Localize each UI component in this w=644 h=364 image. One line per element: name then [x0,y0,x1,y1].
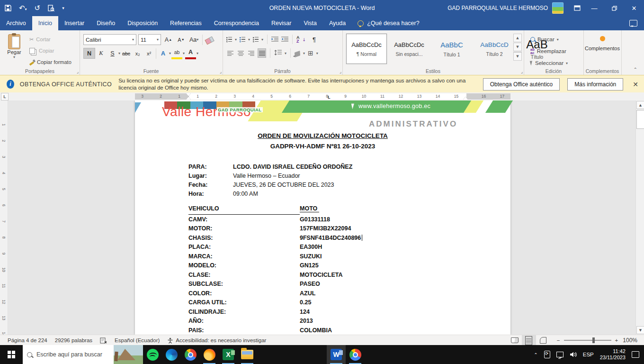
network-icon[interactable] [556,352,564,357]
zoom-in-icon[interactable]: + [615,337,618,343]
superscript-button[interactable]: x² [143,48,154,58]
minimize-button[interactable]: — [584,0,604,16]
line-spacing-icon[interactable] [274,50,282,56]
search-daily-image[interactable] [114,345,143,364]
format-painter-button[interactable]: Copiar formato [27,57,73,67]
tab-revisar[interactable]: Revisar [265,16,297,30]
tray-expand-icon[interactable]: ⌃ [534,352,537,357]
tab-ayuda[interactable]: Ayuda [323,16,352,30]
save-icon[interactable] [5,5,11,11]
zoom-slider[interactable]: − + [557,337,618,343]
tab-disposicion[interactable]: Disposición [121,16,164,30]
vertical-scrollbar[interactable]: ▲ ▼ [635,100,644,335]
font-size-combo[interactable]: 11▾ [138,34,161,45]
tab-stop-marker[interactable]: L [328,95,331,100]
tab-insertar[interactable]: Insertar [58,16,90,30]
taskbar-spotify[interactable] [143,345,162,364]
taskbar-word[interactable]: W [327,345,346,364]
tab-inicio[interactable]: Inicio [32,16,58,30]
paste-button[interactable]: Pegar ▾ [3,33,26,67]
font-dialog-launcher[interactable]: ⌟ [220,69,222,74]
find-button[interactable]: Buscar▾ [528,34,570,45]
page-indicator[interactable]: Página 4 de 224 [8,337,47,343]
read-mode-button[interactable] [508,335,522,346]
volume-icon[interactable] [570,352,577,357]
taskbar-search[interactable]: Escribe aquí para buscar [23,345,143,364]
redo-icon[interactable]: ↺ [35,5,41,12]
scroll-down-icon[interactable]: ▼ [636,326,644,334]
align-left-icon[interactable] [226,49,234,57]
action-center-icon[interactable] [632,351,639,358]
increase-indent-icon[interactable] [281,36,288,43]
replace-button[interactable]: abacReemplazar [528,46,570,56]
select-button[interactable]: Seleccionar▾ [528,58,570,68]
account-name[interactable]: GAD PARROQUIAL VALLE HERMOSO [447,5,548,11]
cut-button[interactable]: ✂Cortar [27,34,73,45]
strikethrough-button[interactable]: abc [121,48,132,58]
collapse-ribbon-icon[interactable]: ⌃ [634,67,637,72]
close-button[interactable]: ✕ [624,0,644,16]
horizontal-ruler[interactable]: L 321 123456789101112131415 1617 L [0,92,644,100]
style-titulo-1[interactable]: AaBbC Título 1 [431,34,472,64]
accessibility-status[interactable]: Accesibilidad: es necesario investigar [167,337,266,344]
right-indent-marker[interactable] [463,97,468,100]
change-case-button[interactable]: Aa▾ [188,35,199,45]
align-center-icon[interactable] [237,49,244,57]
font-family-combo[interactable]: Calibri▾ [83,34,136,45]
sort-icon[interactable]: AZ [296,36,300,43]
clock[interactable]: 11:42 23/11/2023 [600,348,626,361]
taskbar-chrome[interactable] [181,345,200,364]
tab-archivo[interactable]: Archivo [0,16,32,30]
align-right-icon[interactable] [247,49,255,57]
scrollbar-thumb[interactable] [636,110,644,129]
account-avatar[interactable] [552,2,564,14]
paragraph-dialog-launcher[interactable]: ⌟ [340,69,341,74]
multilevel-list-icon[interactable] [253,37,259,42]
show-marks-icon[interactable]: ¶ [309,35,320,45]
bullets-icon[interactable] [226,37,232,42]
tab-correspondencia[interactable]: Correspondencia [208,16,265,30]
zoom-out-icon[interactable]: − [557,337,560,343]
ribbon-display-options-icon[interactable] [570,0,584,16]
style-normal[interactable]: AaBbCcDc ¶ Normal [346,34,387,64]
bold-button[interactable]: N [83,48,95,59]
highlight-color-button[interactable]: ab [171,47,182,59]
taskbar-file-explorer[interactable] [238,345,257,364]
text-effects-button[interactable]: A [158,48,169,58]
underline-button[interactable]: S [107,48,118,58]
zoom-percentage[interactable]: 100% [623,337,637,344]
shrink-font-button[interactable]: A▼ [176,35,187,45]
font-color-button[interactable]: A [185,47,196,59]
customize-qat-icon[interactable]: ▾ [62,6,64,10]
decrease-indent-icon[interactable] [271,36,278,43]
get-genuine-office-button[interactable]: Obtenga Office auténtico [483,78,560,91]
addins-button[interactable]: Complementos [583,36,621,51]
styles-scroll-up-icon[interactable]: ▲ [513,34,522,42]
styles-dialog-launcher[interactable]: ⌟ [521,69,523,74]
web-layout-button[interactable] [536,335,550,346]
styles-scroll-down-icon[interactable]: ▼ [513,43,522,51]
print-preview-icon[interactable] [48,5,54,12]
zoom-thumb[interactable] [592,337,595,343]
grow-font-button[interactable]: A▲ [163,35,174,45]
shading-icon[interactable] [295,51,300,57]
justify-icon[interactable] [258,48,266,58]
taskbar-excel[interactable]: X [219,345,238,364]
vertical-ruler[interactable]: 1234567891011121314 [0,100,8,335]
hanging-indent-marker[interactable] [186,97,191,100]
borders-icon[interactable]: ⊞ [308,49,313,57]
more-info-button[interactable]: Más información [567,78,623,91]
first-line-indent-marker[interactable] [186,93,191,96]
style-sin-espaciado[interactable]: AaBbCcDc Sin espaci... [389,34,429,64]
tab-diseno[interactable]: Diseño [90,16,121,30]
clear-formatting-icon[interactable] [205,36,215,45]
tray-sync-icon[interactable] [544,351,550,358]
styles-more-icon[interactable]: ▼ [513,52,522,61]
numbering-icon[interactable] [240,37,245,42]
restore-button[interactable] [604,0,624,16]
style-titulo-2[interactable]: AaBbCcD Título 2 [474,34,515,64]
word-count[interactable]: 29296 palabras [55,337,92,343]
tab-vista[interactable]: Vista [297,16,323,30]
clipboard-dialog-launcher[interactable]: ⌟ [77,69,79,74]
language-indicator[interactable]: Español (Ecuador) [115,337,160,343]
